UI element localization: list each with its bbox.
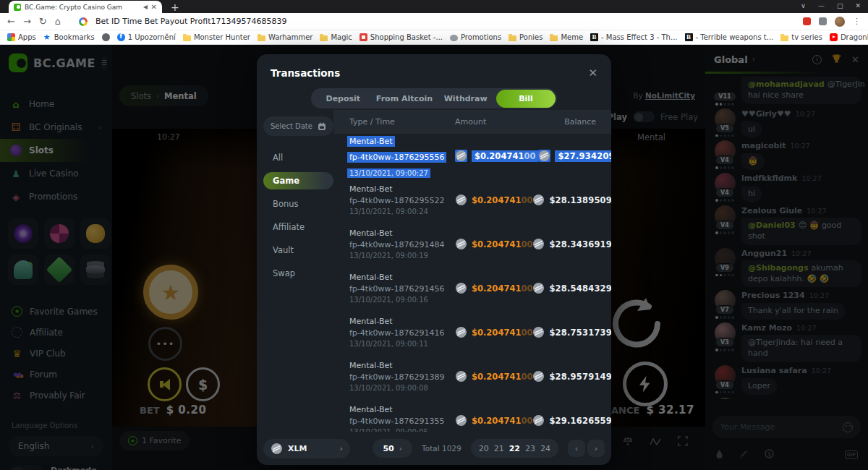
bookmark-item[interactable]: Apps	[7, 33, 36, 41]
browser-tab[interactable]: BC.Game: Crypto Casino Gam ✕	[9, 1, 162, 13]
transaction-row[interactable]: Mental-Bet fp-4tk0ww-1876295556 13/10/20…	[333, 134, 611, 178]
page-number[interactable]: 24	[540, 444, 550, 453]
filter-bonus[interactable]: Bonus	[263, 195, 333, 213]
page-number[interactable]: 22	[509, 444, 520, 453]
tx-amount: $0.20474100	[472, 195, 532, 205]
app-region: BC.GAME ☰ Home BC Originals › Slots Live…	[0, 45, 868, 470]
total-count: Total 1029	[422, 444, 461, 453]
xlm-coin-icon	[533, 195, 544, 205]
tx-time: 13/10/2021, 09:00:19	[349, 252, 455, 260]
bookmark-item[interactable]: tv series	[780, 33, 822, 41]
tab-from-altcoin[interactable]: From Altcoin	[374, 90, 435, 108]
transaction-row[interactable]: Mental-Bet fp-4tk0ww-1876295522 13/10/20…	[333, 178, 611, 222]
modal-close-icon[interactable]: ✕	[588, 67, 597, 80]
filter-swap[interactable]: Swap	[263, 265, 333, 282]
transaction-row[interactable]: Mental-Bet fp-4tk0ww-1876291416 13/10/20…	[333, 310, 611, 354]
home-icon[interactable]: ⌂	[55, 17, 61, 26]
filter-all[interactable]: All	[263, 149, 333, 166]
transaction-row[interactable]: Mental-Bet fp-4tk0ww-1876291456 13/10/20…	[333, 266, 611, 310]
transaction-filters: AllGameBonusAffiliateVaultSwap	[263, 149, 333, 282]
tab-audio-muted-icon[interactable]	[143, 5, 148, 9]
extension-icon[interactable]	[803, 17, 811, 25]
currency-select[interactable]: XLM ›	[263, 439, 350, 458]
select-date-button[interactable]: Select Date	[263, 116, 333, 136]
folder-icon	[780, 35, 788, 41]
forward-icon[interactable]: →	[23, 17, 31, 26]
xlm-coin-icon	[539, 150, 550, 161]
google-icon	[79, 17, 88, 26]
xlm-coin-icon	[271, 443, 282, 454]
window-maximize-icon[interactable]: □	[837, 2, 843, 9]
tab-close-icon[interactable]: ✕	[151, 4, 157, 11]
transaction-row[interactable]: Mental-Bet fp-4tk0ww-1876291355 13/10/20…	[333, 398, 611, 432]
browser-profile-avatar[interactable]	[835, 17, 845, 27]
transactions-table: Type / Time Amount Balance Mental-Bet fp…	[333, 110, 611, 432]
tx-balance: $28.3436919	[549, 239, 611, 249]
next-page-button[interactable]: ›	[587, 440, 605, 457]
apps-icon	[7, 33, 15, 41]
extension-icon[interactable]	[819, 17, 827, 25]
tx-id: fp-4tk0ww-1876291355	[349, 416, 455, 426]
filter-game[interactable]: Game	[263, 172, 333, 189]
xlm-coin-icon	[456, 327, 467, 338]
bookmark-item[interactable]: Shopping Basket -...	[359, 33, 443, 41]
facebook-icon	[117, 33, 125, 41]
tx-id: fp-4tk0ww-1876295522	[349, 196, 455, 205]
paw-icon	[450, 35, 458, 41]
prev-page-button[interactable]: ‹	[568, 440, 585, 457]
tab-withdraw[interactable]: Withdraw	[435, 90, 496, 108]
window-close-icon[interactable]: ✕	[855, 2, 861, 9]
tab-title: BC.Game: Crypto Casino Gam	[25, 4, 140, 11]
browser-menu-icon[interactable]: ⋮	[853, 17, 861, 26]
tx-id: fp-4tk0ww-1876291484	[349, 240, 455, 249]
browser-toolbar: ← → ↻ ⌂ Bet ID Time Bet Payout Profit171…	[0, 13, 868, 30]
tx-amount: $0.20474100	[472, 239, 532, 249]
bookmark-item[interactable]	[102, 33, 110, 41]
bsquare-icon	[590, 33, 598, 41]
bookmark-item[interactable]: Monster Hunter	[183, 33, 250, 41]
transaction-row[interactable]: Mental-Bet fp-4tk0ww-1876291389 13/10/20…	[333, 354, 611, 398]
transaction-tabs: DepositFrom AltcoinWithdrawBill	[311, 88, 557, 108]
browser-tab-strip: BC.Game: Crypto Casino Gam ✕ + ∨ — □ ✕	[0, 0, 868, 13]
page-number[interactable]: 23	[525, 444, 535, 453]
url-bar[interactable]: Bet ID Time Bet Payout Profit17134957468…	[95, 17, 795, 26]
transaction-row[interactable]: Mental-Bet fp-4tk0ww-1876291484 13/10/20…	[333, 222, 611, 266]
tx-type: Mental-Bet	[349, 317, 455, 326]
tx-time: 13/10/2021, 09:00:08	[349, 384, 455, 392]
xlm-coin-icon	[533, 327, 544, 338]
reload-icon[interactable]: ↻	[39, 17, 47, 26]
xlm-coin-icon	[456, 239, 467, 249]
tx-time: 13/10/2021, 09:00:27	[347, 168, 430, 178]
screen: BC.Game: Crypto Casino Gam ✕ + ∨ — □ ✕ ←…	[0, 0, 868, 470]
bookmark-item[interactable]: - Mass Effect 3 - Th...	[590, 33, 677, 41]
filter-vault[interactable]: Vault	[263, 242, 333, 259]
tx-type: Mental-Bet	[349, 405, 455, 414]
tab-bill[interactable]: Bill	[496, 90, 556, 108]
modal-title: Transactions	[271, 67, 340, 79]
bookmark-item[interactable]: Promotions	[450, 33, 501, 41]
page-number[interactable]: 20	[479, 444, 489, 453]
tx-type: Mental-Bet	[349, 273, 455, 282]
window-minimize-icon[interactable]: —	[818, 2, 825, 9]
bookmark-item[interactable]: Dragonball Z: Battle...	[830, 33, 868, 41]
table-footer: XLM › 50 › Total 1029 2021222324 ‹ ›	[257, 432, 611, 465]
bookmark-item[interactable]: 1 Upozornění	[117, 33, 176, 41]
tab-deposit[interactable]: Deposit	[312, 90, 374, 108]
page-size-select[interactable]: 50 ›	[373, 439, 412, 458]
calendar-icon	[318, 122, 326, 131]
filter-affiliate[interactable]: Affiliate	[263, 218, 333, 236]
bookmark-item[interactable]: Warhammer	[258, 33, 313, 41]
back-icon[interactable]: ←	[7, 17, 15, 26]
tx-amount: $0.20474100	[472, 283, 532, 294]
xlm-coin-icon	[456, 415, 467, 426]
bookmark-item[interactable]: - Terrible weapons t...	[685, 33, 774, 41]
new-tab-button[interactable]: +	[171, 2, 179, 13]
bookmark-item[interactable]: Ponies	[509, 33, 542, 41]
tx-balance: $28.7531739	[549, 328, 611, 338]
page-number[interactable]: 21	[494, 444, 504, 453]
bookmark-item[interactable]: Bookmarks	[43, 33, 95, 41]
tab-search-icon[interactable]: ∨	[801, 2, 806, 9]
bookmark-item[interactable]: Magic	[320, 33, 352, 41]
bookmark-item[interactable]: Meme	[550, 33, 583, 41]
tx-amount: $0.20474100	[472, 328, 532, 338]
